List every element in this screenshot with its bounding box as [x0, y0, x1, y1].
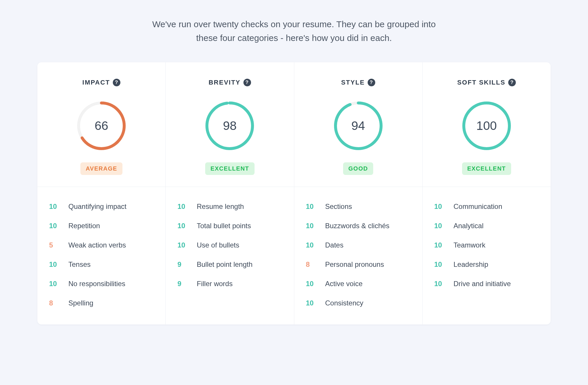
check-score: 10	[434, 202, 446, 211]
check-score: 10	[306, 299, 318, 307]
check-list: 10Sections10Buzzwords & clichés10Dates8P…	[294, 187, 422, 324]
score-ring-wrap: 98	[174, 101, 285, 151]
card-header: STYLE? 94GOOD	[294, 62, 422, 175]
card-header: BREVITY? 98EXCELLENT	[166, 62, 294, 175]
check-score: 10	[306, 280, 318, 288]
score-ring-wrap: 94	[303, 101, 414, 151]
check-item[interactable]: 9Bullet point length	[177, 255, 282, 274]
check-item[interactable]: 10Quantifying impact	[49, 197, 154, 216]
rating-badge: GOOD	[343, 162, 373, 175]
check-item[interactable]: 10Drive and initiative	[434, 274, 539, 293]
check-label: Active voice	[325, 280, 363, 288]
help-icon[interactable]: ?	[508, 79, 516, 86]
check-item[interactable]: 8Personal pronouns	[306, 255, 411, 274]
check-item[interactable]: 10Sections	[306, 197, 411, 216]
card-header: SOFT SKILLS? 100EXCELLENT	[423, 62, 551, 175]
check-item[interactable]: 10Dates	[306, 236, 411, 255]
score-ring: 66	[77, 101, 126, 151]
score-ring: 94	[333, 101, 383, 151]
category-cards: IMPACT? 66AVERAGE10Quantifying impact10R…	[37, 62, 551, 324]
check-item[interactable]: 10Buzzwords & clichés	[306, 216, 411, 236]
check-label: Spelling	[68, 299, 93, 307]
check-score: 10	[177, 222, 189, 230]
category-card: BREVITY? 98EXCELLENT10Resume length10Tot…	[166, 62, 294, 324]
check-score: 10	[434, 241, 446, 249]
score-value: 94	[333, 101, 383, 151]
check-label: Repetition	[68, 222, 100, 230]
check-item[interactable]: 8Spelling	[49, 293, 154, 313]
check-item[interactable]: 10Analytical	[434, 216, 539, 236]
category-title: IMPACT	[82, 79, 110, 86]
check-score: 9	[177, 260, 189, 269]
check-list: 10Resume length10Total bullet points10Us…	[166, 187, 294, 305]
check-label: No responsibilities	[68, 280, 125, 288]
check-item[interactable]: 5Weak action verbs	[49, 236, 154, 255]
score-ring: 100	[462, 101, 511, 151]
check-item[interactable]: 10Use of bullets	[177, 236, 282, 255]
page-intro: We've run over twenty checks on your res…	[148, 18, 440, 45]
check-label: Sections	[325, 202, 352, 211]
check-item[interactable]: 10Tenses	[49, 255, 154, 274]
check-score: 10	[177, 241, 189, 249]
check-label: Drive and initiative	[454, 280, 511, 288]
check-label: Analytical	[454, 222, 484, 230]
check-score: 10	[49, 280, 61, 288]
check-label: Teamwork	[454, 241, 485, 249]
check-score: 10	[306, 222, 318, 230]
check-score: 10	[49, 260, 61, 269]
check-score: 8	[306, 260, 318, 269]
check-label: Communication	[454, 202, 502, 211]
check-score: 9	[177, 280, 189, 288]
check-item[interactable]: 10Consistency	[306, 293, 411, 313]
check-label: Buzzwords & clichés	[325, 222, 390, 230]
check-item[interactable]: 10Total bullet points	[177, 216, 282, 236]
card-header: IMPACT? 66AVERAGE	[37, 62, 165, 175]
check-label: Consistency	[325, 299, 364, 307]
check-label: Tenses	[68, 260, 91, 269]
check-list: 10Communication10Analytical10Teamwork10L…	[423, 187, 551, 305]
check-item[interactable]: 10Repetition	[49, 216, 154, 236]
check-item[interactable]: 10Leadership	[434, 255, 539, 274]
check-item[interactable]: 10No responsibilities	[49, 274, 154, 293]
check-item[interactable]: 10Active voice	[306, 274, 411, 293]
check-item[interactable]: 9Filler words	[177, 274, 282, 293]
check-item[interactable]: 10Communication	[434, 197, 539, 216]
rating-badge: EXCELLENT	[462, 162, 511, 175]
check-score: 10	[49, 222, 61, 230]
check-label: Filler words	[197, 280, 233, 288]
check-label: Resume length	[197, 202, 244, 211]
check-label: Weak action verbs	[68, 241, 126, 249]
check-label: Personal pronouns	[325, 260, 384, 269]
check-label: Quantifying impact	[68, 202, 127, 211]
category-title: SOFT SKILLS	[457, 79, 505, 86]
check-score: 8	[49, 299, 61, 307]
score-ring-wrap: 66	[46, 101, 157, 151]
check-score: 10	[434, 260, 446, 269]
check-score: 10	[306, 202, 318, 211]
help-icon[interactable]: ?	[113, 79, 120, 86]
help-icon[interactable]: ?	[368, 79, 375, 86]
check-list: 10Quantifying impact10Repetition5Weak ac…	[37, 187, 165, 324]
check-label: Use of bullets	[197, 241, 239, 249]
check-label: Total bullet points	[197, 222, 251, 230]
score-ring-wrap: 100	[431, 101, 542, 151]
check-label: Leadership	[454, 260, 488, 269]
check-score: 10	[49, 202, 61, 211]
check-score: 10	[434, 222, 446, 230]
category-card: IMPACT? 66AVERAGE10Quantifying impact10R…	[37, 62, 166, 324]
check-score: 5	[49, 241, 61, 249]
check-score: 10	[434, 280, 446, 288]
help-icon[interactable]: ?	[243, 79, 251, 86]
rating-badge: EXCELLENT	[205, 162, 254, 175]
score-value: 66	[77, 101, 126, 151]
category-card: STYLE? 94GOOD10Sections10Buzzwords & cli…	[294, 62, 423, 324]
category-title-row: IMPACT?	[82, 79, 121, 86]
category-title: STYLE	[341, 79, 365, 86]
category-title-row: SOFT SKILLS?	[457, 79, 516, 86]
check-item[interactable]: 10Teamwork	[434, 236, 539, 255]
rating-badge: AVERAGE	[80, 162, 122, 175]
score-ring: 98	[205, 101, 255, 151]
check-item[interactable]: 10Resume length	[177, 197, 282, 216]
check-label: Bullet point length	[197, 260, 253, 269]
check-score: 10	[177, 202, 189, 211]
